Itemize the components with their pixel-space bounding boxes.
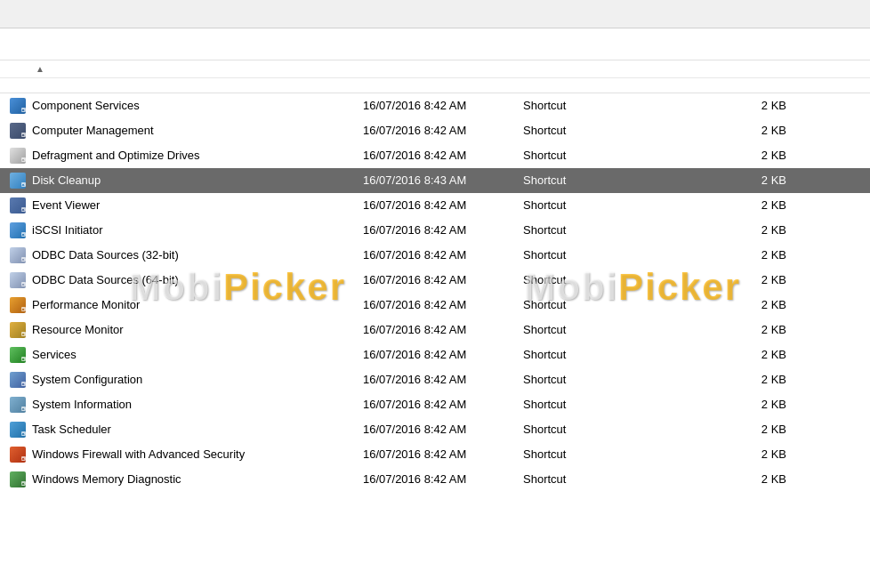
file-type: Shortcut <box>516 273 694 286</box>
table-row[interactable]: System Information 16/07/2016 8:42 AM Sh… <box>0 392 870 417</box>
table-row[interactable]: Computer Management 16/07/2016 8:42 AM S… <box>0 118 870 143</box>
table-row[interactable]: Performance Monitor 16/07/2016 8:42 AM S… <box>0 293 870 318</box>
table-row[interactable]: Disk Cleanup 16/07/2016 8:43 AM Shortcut… <box>0 168 870 193</box>
file-type: Shortcut <box>516 423 694 436</box>
file-icon <box>9 271 27 289</box>
file-name-cell: ODBC Data Sources (32-bit) <box>0 246 356 264</box>
table-row[interactable]: Windows Memory Diagnostic 16/07/2016 8:4… <box>0 467 870 492</box>
file-icon <box>9 147 27 165</box>
sort-indicator: ▲ <box>0 60 870 78</box>
file-date: 16/07/2016 8:42 AM <box>356 99 516 112</box>
file-date: 16/07/2016 8:42 AM <box>356 298 516 311</box>
file-name-cell: Services <box>0 346 356 364</box>
file-icon <box>9 371 27 389</box>
file-name: Event Viewer <box>32 198 100 212</box>
file-size: 2 KB <box>694 99 801 112</box>
file-icon <box>9 122 27 140</box>
table-row[interactable]: iSCSI Initiator 16/07/2016 8:42 AM Short… <box>0 218 870 243</box>
file-name: Services <box>32 348 77 361</box>
file-name-cell: Component Services <box>0 97 356 115</box>
file-type: Shortcut <box>516 149 694 162</box>
file-name-cell: Disk Cleanup <box>0 172 356 189</box>
file-size: 2 KB <box>694 149 801 162</box>
file-name: Computer Management <box>32 124 154 137</box>
file-name-cell: iSCSI Initiator <box>0 222 356 239</box>
file-icon <box>9 421 27 439</box>
file-size: 2 KB <box>694 124 801 137</box>
table-row[interactable]: Resource Monitor 16/07/2016 8:42 AM Shor… <box>0 318 870 342</box>
file-name: Disk Cleanup <box>32 173 101 187</box>
file-date: 16/07/2016 8:42 AM <box>356 373 516 386</box>
breadcrumb <box>0 28 870 60</box>
col-header-date[interactable] <box>356 82 516 89</box>
table-row[interactable]: Windows Firewall with Advanced Security … <box>0 442 870 467</box>
file-type: Shortcut <box>516 198 694 212</box>
file-date: 16/07/2016 8:42 AM <box>356 398 516 411</box>
file-name-cell: Defragment and Optimize Drives <box>0 147 356 165</box>
file-icon <box>9 172 27 189</box>
file-size: 2 KB <box>694 373 801 386</box>
col-header-type[interactable] <box>516 82 694 89</box>
file-name-cell: Task Scheduler <box>0 421 356 439</box>
file-icon <box>9 396 27 414</box>
file-date: 16/07/2016 8:42 AM <box>356 248 516 262</box>
file-name: Component Services <box>32 99 140 112</box>
file-name: System Configuration <box>32 373 142 386</box>
file-name-cell: ODBC Data Sources (64-bit) <box>0 271 356 289</box>
file-type: Shortcut <box>516 298 694 311</box>
file-date: 16/07/2016 8:42 AM <box>356 124 516 137</box>
file-name-cell: System Configuration <box>0 371 356 389</box>
file-type: Shortcut <box>516 398 694 411</box>
table-row[interactable]: Services 16/07/2016 8:42 AM Shortcut 2 K… <box>0 342 870 367</box>
file-size: 2 KB <box>694 223 801 237</box>
file-type: Shortcut <box>516 99 694 112</box>
file-icon <box>9 471 27 488</box>
file-icon <box>9 296 27 314</box>
file-date: 16/07/2016 8:42 AM <box>356 447 516 461</box>
file-type: Shortcut <box>516 348 694 361</box>
table-row[interactable]: System Configuration 16/07/2016 8:42 AM … <box>0 367 870 392</box>
file-date: 16/07/2016 8:42 AM <box>356 198 516 212</box>
table-row[interactable]: Component Services 16/07/2016 8:42 AM Sh… <box>0 93 870 118</box>
column-headers <box>0 78 870 93</box>
file-name-cell: Resource Monitor <box>0 321 356 339</box>
file-size: 2 KB <box>694 348 801 361</box>
file-date: 16/07/2016 8:42 AM <box>356 223 516 237</box>
file-date: 16/07/2016 8:42 AM <box>356 273 516 286</box>
table-row[interactable]: Event Viewer 16/07/2016 8:42 AM Shortcut… <box>0 193 870 218</box>
file-name-cell: Windows Firewall with Advanced Security <box>0 446 356 463</box>
col-header-size[interactable] <box>694 82 801 89</box>
file-date: 16/07/2016 8:42 AM <box>356 423 516 436</box>
file-size: 2 KB <box>694 248 801 262</box>
file-type: Shortcut <box>516 472 694 486</box>
file-date: 16/07/2016 8:42 AM <box>356 472 516 486</box>
file-date: 16/07/2016 8:42 AM <box>356 323 516 336</box>
file-name-cell: Event Viewer <box>0 197 356 214</box>
file-size: 2 KB <box>694 273 801 286</box>
file-name: Defragment and Optimize Drives <box>32 149 200 162</box>
file-date: 16/07/2016 8:43 AM <box>356 173 516 187</box>
file-type: Shortcut <box>516 373 694 386</box>
file-date: 16/07/2016 8:42 AM <box>356 348 516 361</box>
file-name-cell: System Information <box>0 396 356 414</box>
file-type: Shortcut <box>516 223 694 237</box>
file-name-cell: Windows Memory Diagnostic <box>0 471 356 488</box>
col-header-name[interactable] <box>0 82 356 89</box>
table-row[interactable]: Defragment and Optimize Drives 16/07/201… <box>0 143 870 168</box>
file-type: Shortcut <box>516 323 694 336</box>
file-name-cell: Computer Management <box>0 122 356 140</box>
file-icon <box>9 346 27 364</box>
sort-arrow-icon: ▲ <box>36 64 44 74</box>
file-icon <box>9 246 27 264</box>
file-size: 2 KB <box>694 447 801 461</box>
file-name: System Information <box>32 398 132 411</box>
file-size: 2 KB <box>694 173 801 187</box>
file-icon <box>9 222 27 239</box>
top-bar <box>0 0 870 28</box>
table-row[interactable]: ODBC Data Sources (32-bit) 16/07/2016 8:… <box>0 243 870 268</box>
main-container: ▲ <box>0 0 870 575</box>
file-size: 2 KB <box>694 298 801 311</box>
table-row[interactable]: ODBC Data Sources (64-bit) 16/07/2016 8:… <box>0 268 870 293</box>
file-name: Performance Monitor <box>32 298 140 311</box>
table-row[interactable]: Task Scheduler 16/07/2016 8:42 AM Shortc… <box>0 417 870 442</box>
